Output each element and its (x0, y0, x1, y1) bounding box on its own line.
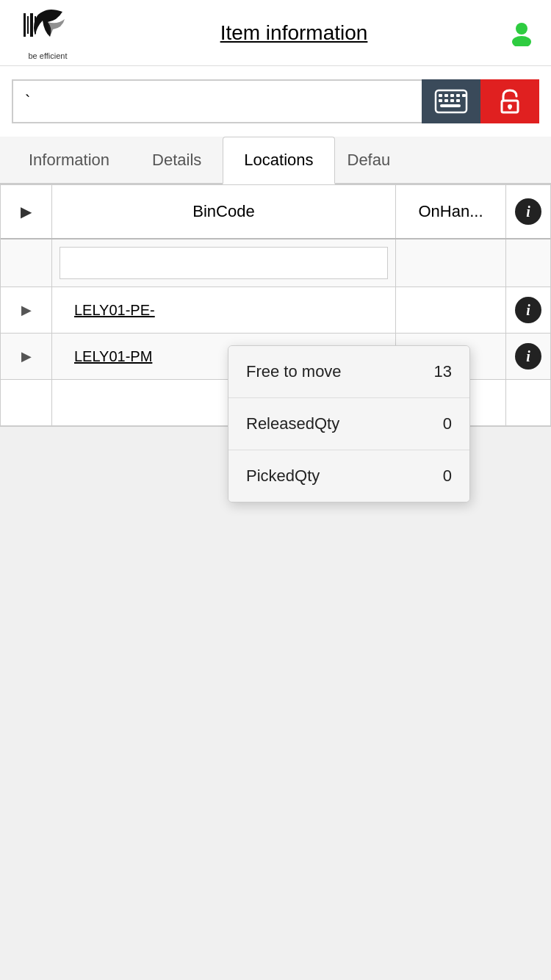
table-filter-row (1, 239, 550, 287)
popup-value-free-to-move: 13 (434, 362, 452, 381)
keyboard-button[interactable] (422, 79, 480, 123)
col-onhand-header: OnHan... (396, 185, 506, 238)
svg-rect-8 (444, 94, 448, 97)
tab-details[interactable]: Details (131, 137, 223, 184)
tabs-bar: Information Details Locations Defau (0, 137, 551, 184)
page-title: Item information (220, 21, 368, 45)
logo-text: be efficient (28, 51, 67, 60)
svg-rect-14 (450, 99, 454, 102)
svg-rect-13 (444, 99, 448, 102)
logo-icon (22, 6, 73, 50)
popup-value-picked-qty: 0 (443, 466, 452, 486)
row2-info-button[interactable]: i (515, 343, 541, 370)
svg-rect-19 (509, 107, 511, 109)
svg-point-4 (516, 23, 527, 35)
popup-row-free-to-move: Free to move 13 (228, 346, 469, 398)
col-expand-header: ▶ (1, 185, 52, 238)
row1-onhand-cell (396, 287, 506, 333)
svg-rect-9 (450, 94, 454, 97)
svg-rect-7 (439, 94, 442, 97)
svg-rect-2 (30, 13, 33, 37)
svg-rect-15 (456, 99, 460, 102)
tab-default[interactable]: Defau (335, 137, 403, 184)
keyboard-icon (434, 89, 468, 114)
filter-info-cell (506, 239, 550, 287)
search-input[interactable] (12, 79, 422, 123)
col-bincode-header: BinCode (52, 185, 396, 238)
row1-arrow-icon: ▶ (21, 302, 32, 318)
user-avatar-icon (508, 20, 535, 46)
row1-info-button[interactable]: i (515, 297, 541, 323)
row1-info-cell: i (506, 287, 550, 333)
popup-row-picked-qty: PickedQty 0 (228, 450, 469, 502)
popup-row-released-qty: ReleasedQty 0 (228, 398, 469, 450)
row2-info-cell: i (506, 334, 550, 379)
tab-information[interactable]: Information (7, 137, 131, 184)
popup-label-free-to-move: Free to move (246, 362, 342, 381)
row1-bincode-cell[interactable]: LELY01-PE- (52, 287, 396, 333)
search-area (0, 66, 551, 137)
row2-arrow-icon: ▶ (21, 348, 32, 364)
row2-expand-cell[interactable]: ▶ (1, 334, 52, 379)
svg-rect-1 (27, 16, 29, 34)
svg-point-5 (512, 36, 531, 46)
svg-rect-16 (440, 104, 461, 107)
logo: be efficient (15, 6, 81, 60)
expand-arrow-icon: ▶ (21, 203, 32, 220)
svg-rect-11 (462, 94, 466, 97)
svg-rect-0 (24, 13, 26, 37)
user-icon[interactable] (507, 18, 536, 48)
header: be efficient Item information (0, 0, 551, 66)
filter-onhand-cell (396, 239, 506, 287)
bincode-filter-input[interactable] (60, 247, 388, 279)
filter-arrow-cell (1, 239, 52, 287)
popup-label-picked-qty: PickedQty (246, 466, 320, 486)
table-row: ▶ LELY01-PE- i (1, 287, 550, 334)
unlock-button[interactable] (480, 79, 539, 123)
table-header: ▶ BinCode OnHan... i (1, 185, 550, 239)
col-info-header: i (506, 185, 550, 238)
svg-rect-10 (456, 94, 460, 97)
unlock-icon (496, 87, 524, 115)
tab-locations[interactable]: Locations (223, 137, 334, 184)
filter-input-cell (52, 239, 396, 287)
info-popup: Free to move 13 ReleasedQty 0 PickedQty … (228, 345, 470, 502)
svg-rect-12 (439, 99, 442, 102)
popup-label-released-qty: ReleasedQty (246, 414, 339, 433)
popup-value-released-qty: 0 (443, 414, 452, 433)
row1-expand-cell[interactable]: ▶ (1, 287, 52, 333)
info-header-button[interactable]: i (515, 198, 541, 225)
